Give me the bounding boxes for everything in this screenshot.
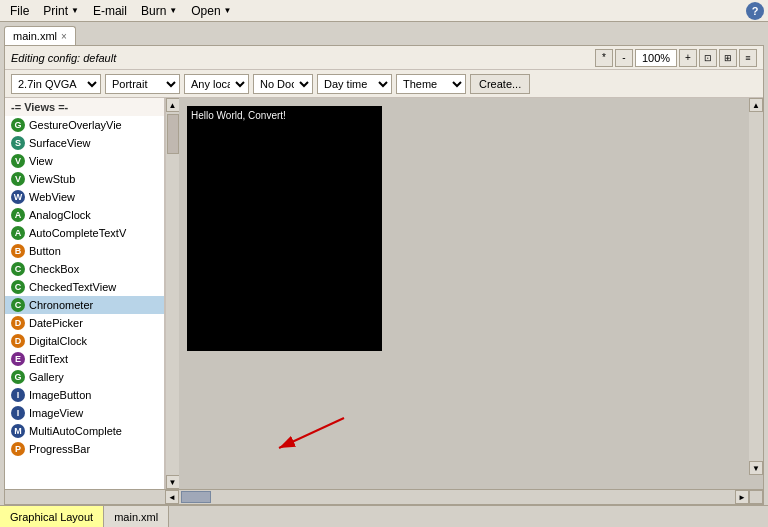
widget-item-digitalclock[interactable]: DDigitalClock: [5, 332, 164, 350]
widget-icon-12: D: [11, 334, 25, 348]
widget-icon-4: W: [11, 190, 25, 204]
widget-panel-scroll[interactable]: -= Views =- GGestureOverlayVieSSurfaceVi…: [5, 98, 164, 489]
widget-item-webview[interactable]: WWebView: [5, 188, 164, 206]
scroll-corner: [749, 490, 763, 504]
open-arrow: ▼: [224, 6, 232, 15]
widget-item-imageview[interactable]: IImageView: [5, 404, 164, 422]
zoom-input[interactable]: [635, 49, 677, 67]
hscroll-left-btn[interactable]: ◄: [165, 490, 179, 504]
widget-item-surfaceview[interactable]: SSurfaceView: [5, 134, 164, 152]
menu-print[interactable]: Print ▼: [37, 2, 85, 20]
widget-item-checkbox[interactable]: CCheckBox: [5, 260, 164, 278]
widget-label-14: Gallery: [29, 371, 64, 383]
widget-label-3: ViewStub: [29, 173, 75, 185]
orientation-select[interactable]: Portrait: [105, 74, 180, 94]
widget-panel: -= Views =- GGestureOverlayVieSSurfaceVi…: [5, 98, 165, 489]
config-bar: Editing config: default * - + ⊡ ⊞ ≡: [5, 46, 763, 70]
widget-icon-16: I: [11, 406, 25, 420]
tab-graphical-layout[interactable]: Graphical Layout: [0, 506, 104, 527]
tab-close-btn[interactable]: ×: [61, 31, 67, 42]
widget-icon-17: M: [11, 424, 25, 438]
hscroll-right-btn[interactable]: ►: [735, 490, 749, 504]
menu-file[interactable]: File: [4, 2, 35, 20]
canvas-area[interactable]: Hello World, Convert!: [179, 98, 763, 489]
widget-icon-18: P: [11, 442, 25, 456]
widget-item-viewstub[interactable]: VViewStub: [5, 170, 164, 188]
widget-icon-0: G: [11, 118, 25, 132]
app-container: File Print ▼ E-mail Burn ▼ Open ▼ ? main…: [0, 0, 768, 527]
widget-icon-6: A: [11, 226, 25, 240]
canvas-vscroll-track[interactable]: [749, 112, 763, 461]
menu-email[interactable]: E-mail: [87, 2, 133, 20]
widget-icon-14: G: [11, 370, 25, 384]
widget-label-13: EditText: [29, 353, 68, 365]
widget-item-multiautocomplete[interactable]: MMultiAutoComplete: [5, 422, 164, 440]
help-button[interactable]: ?: [746, 2, 764, 20]
hscrollbar: ◄ ►: [165, 490, 749, 504]
widget-item-analogclock[interactable]: AAnalogClock: [5, 206, 164, 224]
theme-select[interactable]: Theme: [396, 74, 466, 94]
hscroll-thumb[interactable]: [181, 491, 211, 503]
widget-vscrollbar: ▲ ▼: [165, 98, 179, 489]
widget-item-gallery[interactable]: GGallery: [5, 368, 164, 386]
widget-icon-3: V: [11, 172, 25, 186]
widget-label-15: ImageButton: [29, 389, 91, 401]
tab-bar: main.xml ×: [0, 22, 768, 45]
widget-item-imagebutton[interactable]: IImageButton: [5, 386, 164, 404]
menu-open[interactable]: Open ▼: [185, 2, 237, 20]
time-select[interactable]: Day time: [317, 74, 392, 94]
dock-select[interactable]: No Dock: [253, 74, 313, 94]
widget-label-5: AnalogClock: [29, 209, 91, 221]
widget-item-edittext[interactable]: EEditText: [5, 350, 164, 368]
widget-item-progressbar[interactable]: PProgressBar: [5, 440, 164, 458]
content-area: -= Views =- GGestureOverlayVieSSurfaceVi…: [5, 98, 763, 489]
star-button[interactable]: *: [595, 49, 613, 67]
create-button[interactable]: Create...: [470, 74, 530, 94]
widget-item-gestureoverlayvie[interactable]: GGestureOverlayVie: [5, 116, 164, 134]
canvas-vscroll-down[interactable]: ▼: [749, 461, 763, 475]
locale-select[interactable]: Any local: [184, 74, 249, 94]
vscroll-down-btn[interactable]: ▼: [166, 475, 180, 489]
menu-burn[interactable]: Burn ▼: [135, 2, 183, 20]
widget-label-2: View: [29, 155, 53, 167]
layout-icon2[interactable]: ⊞: [719, 49, 737, 67]
tab-main-xml-bottom[interactable]: main.xml: [104, 506, 169, 527]
layout-icon3[interactable]: ≡: [739, 49, 757, 67]
widget-item-button[interactable]: BButton: [5, 242, 164, 260]
widget-icon-11: D: [11, 316, 25, 330]
widget-label-10: Chronometer: [29, 299, 93, 311]
widget-icon-8: C: [11, 262, 25, 276]
widget-item-view[interactable]: VView: [5, 152, 164, 170]
vscroll-track[interactable]: [166, 112, 180, 475]
tab-label: main.xml: [13, 30, 57, 42]
widget-label-0: GestureOverlayVie: [29, 119, 122, 131]
svg-line-1: [279, 418, 344, 448]
widget-label-8: CheckBox: [29, 263, 79, 275]
vscroll-thumb[interactable]: [167, 114, 179, 154]
editor-area: Editing config: default * - + ⊡ ⊞ ≡ 2.7i…: [4, 45, 764, 505]
widget-icon-5: A: [11, 208, 25, 222]
widget-item-checkedtextview[interactable]: CCheckedTextView: [5, 278, 164, 296]
widget-list: GGestureOverlayVieSSurfaceViewVViewVView…: [5, 116, 164, 458]
tab-main-xml[interactable]: main.xml ×: [4, 26, 76, 45]
hscroll-track[interactable]: [179, 490, 735, 504]
widget-item-datepicker[interactable]: DDatePicker: [5, 314, 164, 332]
widget-label-9: CheckedTextView: [29, 281, 116, 293]
canvas-vscroll-up[interactable]: ▲: [749, 98, 763, 112]
widget-label-4: WebView: [29, 191, 75, 203]
widget-icon-15: I: [11, 388, 25, 402]
widget-item-autocompletetextv[interactable]: AAutoCompleteTextV: [5, 224, 164, 242]
widget-label-1: SurfaceView: [29, 137, 91, 149]
print-arrow: ▼: [71, 6, 79, 15]
vscroll-up-btn[interactable]: ▲: [166, 98, 180, 112]
plus-zoom-button[interactable]: +: [679, 49, 697, 67]
widget-icon-13: E: [11, 352, 25, 366]
screen-size-select[interactable]: 2.7in QVGA: [11, 74, 101, 94]
widget-label-17: MultiAutoComplete: [29, 425, 122, 437]
minus-zoom-button[interactable]: -: [615, 49, 633, 67]
config-text: Editing config: default: [11, 52, 116, 64]
layout-icon1[interactable]: ⊡: [699, 49, 717, 67]
widget-icon-10: C: [11, 298, 25, 312]
toolbar: 2.7in QVGA Portrait Any local No Dock Da…: [5, 70, 763, 98]
widget-item-chronometer[interactable]: CChronometer: [5, 296, 164, 314]
